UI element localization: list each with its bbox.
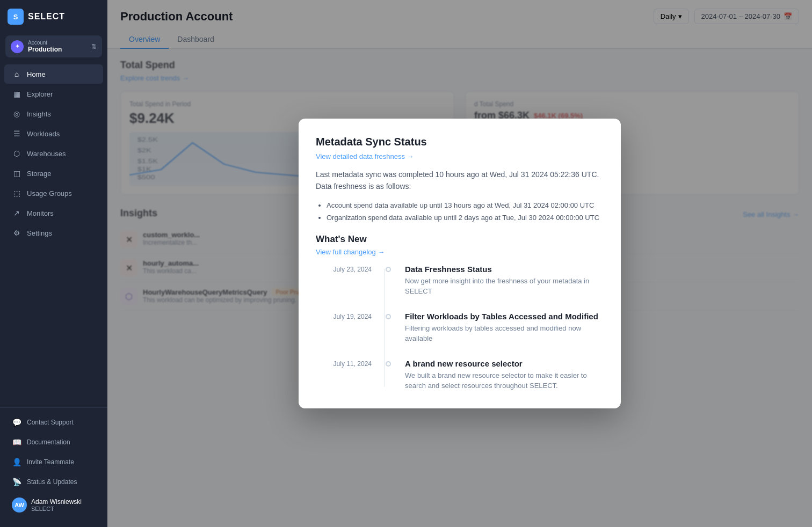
invite-teammate-icon: 👤 bbox=[12, 457, 21, 467]
changelog-link[interactable]: View full changelog → bbox=[316, 248, 385, 256]
sidebar-item-label: Monitors bbox=[27, 209, 54, 217]
timeline-item-1: July 23, 2024 Data Freshness Status Now … bbox=[316, 265, 604, 297]
timeline-item-title: Filter Workloads by Tables Accessed and … bbox=[405, 312, 604, 321]
account-name: Production bbox=[28, 46, 87, 53]
modal-title: Metadata Sync Status bbox=[316, 136, 604, 148]
modal-description: Last metadata sync was completed 10 hour… bbox=[316, 169, 604, 193]
sidebar-item-insights[interactable]: ◎ Insights bbox=[4, 104, 103, 123]
contact-support-icon: 💬 bbox=[12, 418, 21, 427]
sidebar-item-usage-groups[interactable]: ⬚ Usage Groups bbox=[4, 184, 103, 203]
nav-section: ⌂ Home ▦ Explorer ◎ Insights ☰ Workloads… bbox=[0, 60, 107, 407]
sidebar-item-label: Invite Teammate bbox=[27, 458, 74, 466]
timeline-item-3: July 11, 2024 A brand new resource selec… bbox=[316, 359, 604, 391]
sidebar-item-label: Insights bbox=[27, 110, 51, 118]
warehouses-icon: ⬡ bbox=[12, 149, 21, 158]
sidebar-item-label: Home bbox=[27, 70, 46, 78]
modal-bullets: Account spend data available up until 13… bbox=[327, 200, 604, 223]
timeline-dot bbox=[386, 361, 391, 367]
sidebar-item-warehouses[interactable]: ⬡ Warehouses bbox=[4, 144, 103, 163]
sidebar-item-invite-teammate[interactable]: 👤 Invite Teammate bbox=[4, 452, 103, 472]
sidebar-item-contact-support[interactable]: 💬 Contact Support bbox=[4, 413, 103, 432]
sidebar-item-documentation[interactable]: 📖 Documentation bbox=[4, 433, 103, 452]
changelog-timeline: July 23, 2024 Data Freshness Status Now … bbox=[316, 265, 604, 391]
sidebar-item-status-updates[interactable]: 📡 Status & Updates bbox=[4, 472, 103, 492]
insights-icon: ◎ bbox=[12, 109, 21, 119]
logo-icon: S bbox=[8, 9, 24, 25]
sidebar-item-explorer[interactable]: ▦ Explorer bbox=[4, 84, 103, 104]
bullet-item: Account spend data available up until 13… bbox=[327, 200, 604, 211]
view-freshness-link[interactable]: View detailed data freshness → bbox=[316, 152, 414, 160]
sidebar-item-label: Contact Support bbox=[27, 419, 74, 426]
account-icon: ✦ bbox=[11, 40, 24, 53]
explorer-icon: ▦ bbox=[12, 89, 21, 99]
metadata-sync-modal: Metadata Sync Status View detailed data … bbox=[299, 119, 621, 408]
timeline-dot bbox=[386, 267, 391, 272]
sidebar-item-label: Status & Updates bbox=[27, 478, 77, 486]
timeline-item-title: Data Freshness Status bbox=[405, 265, 604, 274]
timeline-item-2: July 19, 2024 Filter Workloads by Tables… bbox=[316, 312, 604, 344]
sidebar-bottom: 💬 Contact Support 📖 Documentation 👤 Invi… bbox=[0, 407, 107, 527]
user-section: AW Adam Wisniewski SELECT bbox=[4, 492, 103, 518]
sidebar-item-storage[interactable]: ◫ Storage bbox=[4, 164, 103, 183]
timeline-date: July 19, 2024 bbox=[316, 312, 380, 320]
storage-icon: ◫ bbox=[12, 169, 21, 178]
account-label: Account bbox=[28, 40, 87, 46]
sidebar-item-workloads[interactable]: ☰ Workloads bbox=[4, 124, 103, 143]
logo-text: SELECT bbox=[28, 12, 65, 21]
user-org: SELECT bbox=[31, 506, 82, 512]
usage-groups-icon: ⬚ bbox=[12, 188, 21, 198]
sidebar-item-settings[interactable]: ⚙ Settings bbox=[4, 223, 103, 243]
timeline-date: July 23, 2024 bbox=[316, 265, 380, 273]
bullet-item: Organization spend data available up unt… bbox=[327, 213, 604, 223]
sidebar-item-label: Warehouses bbox=[27, 150, 66, 158]
home-icon: ⌂ bbox=[12, 69, 21, 79]
sidebar-item-label: Workloads bbox=[27, 130, 60, 138]
sidebar-item-home[interactable]: ⌂ Home bbox=[4, 64, 103, 84]
workloads-icon: ☰ bbox=[12, 129, 21, 138]
timeline-item-desc: We built a brand new resource selector t… bbox=[405, 370, 604, 391]
documentation-icon: 📖 bbox=[12, 437, 21, 447]
sidebar-item-label: Storage bbox=[27, 170, 52, 178]
user-name: Adam Wisniewski bbox=[31, 498, 82, 506]
sidebar: S SELECT ✦ Account Production ⇅ ⌂ Home ▦… bbox=[0, 0, 107, 527]
whats-new-title: What's New bbox=[316, 234, 604, 245]
timeline-date: July 11, 2024 bbox=[316, 359, 380, 368]
modal-overlay[interactable]: Metadata Sync Status View detailed data … bbox=[107, 0, 812, 527]
app-logo: S SELECT bbox=[0, 0, 107, 33]
sidebar-item-monitors[interactable]: ↗ Monitors bbox=[4, 203, 103, 223]
timeline-item-title: A brand new resource selector bbox=[405, 359, 604, 368]
timeline-item-desc: Filtering workloads by tables accessed a… bbox=[405, 323, 604, 344]
monitors-icon: ↗ bbox=[12, 208, 21, 218]
timeline-item-desc: Now get more insight into the freshness … bbox=[405, 276, 604, 297]
account-selector[interactable]: ✦ Account Production ⇅ bbox=[5, 35, 102, 57]
sidebar-item-label: Settings bbox=[27, 229, 52, 237]
sidebar-item-label: Usage Groups bbox=[27, 189, 72, 197]
user-avatar: AW bbox=[12, 497, 27, 513]
account-chevron-icon: ⇅ bbox=[91, 43, 97, 50]
sidebar-item-label: Documentation bbox=[27, 438, 70, 446]
status-updates-icon: 📡 bbox=[12, 477, 21, 487]
settings-icon: ⚙ bbox=[12, 228, 21, 238]
timeline-dot bbox=[386, 314, 391, 319]
main-content: Production Account Daily ▾ 2024-07-01 – … bbox=[107, 0, 812, 527]
sidebar-item-label: Explorer bbox=[27, 90, 53, 98]
